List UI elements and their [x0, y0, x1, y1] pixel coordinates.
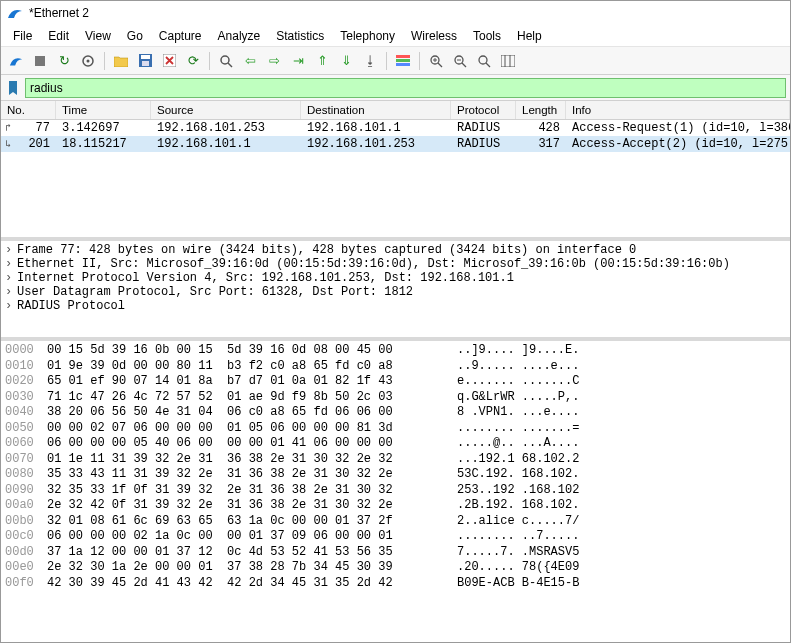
expand-icon[interactable]: › [5, 285, 17, 299]
hex-row[interactable]: 004038 20 06 56 50 4e 31 04 06 c0 a8 65 … [5, 405, 786, 421]
menu-tools[interactable]: Tools [465, 27, 509, 45]
cell-protocol: RADIUS [451, 120, 516, 136]
col-header-destination[interactable]: Destination [301, 101, 451, 119]
packet-list-pane[interactable]: No. Time Source Destination Protocol Len… [1, 101, 790, 241]
bookmark-icon[interactable] [5, 80, 21, 96]
menu-telephony[interactable]: Telephony [332, 27, 403, 45]
detail-tree-item[interactable]: ›Frame 77: 428 bytes on wire (3424 bits)… [5, 243, 786, 257]
hex-offset: 0000 [5, 343, 47, 359]
menu-edit[interactable]: Edit [40, 27, 77, 45]
hex-offset: 0040 [5, 405, 47, 421]
expand-icon[interactable]: › [5, 243, 17, 257]
hex-row[interactable]: 00d037 1a 12 00 00 01 37 12 0c 4d 53 52 … [5, 545, 786, 561]
col-header-info[interactable]: Info [566, 101, 790, 119]
packet-row[interactable]: ↱773.142697192.168.101.253192.168.101.1R… [1, 120, 790, 136]
svg-rect-4 [141, 55, 150, 59]
display-filter-input[interactable] [25, 78, 786, 98]
detail-tree-item[interactable]: ›RADIUS Protocol [5, 299, 786, 313]
detail-tree-item[interactable]: ›User Datagram Protocol, Src Port: 61328… [5, 285, 786, 299]
hex-row[interactable]: 001001 9e 39 0d 00 00 80 11 b3 f2 c0 a8 … [5, 359, 786, 375]
restart-capture-button[interactable]: ↻ [53, 50, 75, 72]
hex-ascii: e....... .......C [457, 374, 579, 390]
hex-bytes: 71 1c 47 26 4c 72 57 52 01 ae 9d f9 8b 5… [47, 390, 457, 406]
cell-source: 192.168.101.1 [151, 136, 301, 152]
expand-icon[interactable]: › [5, 271, 17, 285]
hex-bytes: 01 9e 39 0d 00 00 80 11 b3 f2 c0 a8 65 f… [47, 359, 457, 375]
hex-row[interactable]: 002065 01 ef 90 07 14 01 8a b7 d7 01 0a … [5, 374, 786, 390]
hex-row[interactable]: 00f042 30 39 45 2d 41 43 42 42 2d 34 45 … [5, 576, 786, 592]
expand-icon[interactable]: › [5, 257, 17, 271]
cell-protocol: RADIUS [451, 136, 516, 152]
menu-wireless[interactable]: Wireless [403, 27, 465, 45]
hex-ascii: q.G&LrWR .....P,. [457, 390, 579, 406]
detail-text: RADIUS Protocol [17, 299, 125, 313]
capture-options-button[interactable] [77, 50, 99, 72]
zoom-reset-button[interactable] [473, 50, 495, 72]
hex-row[interactable]: 005000 00 02 07 06 00 00 00 01 05 06 00 … [5, 421, 786, 437]
find-packet-button[interactable] [215, 50, 237, 72]
open-file-button[interactable] [110, 50, 132, 72]
col-header-source[interactable]: Source [151, 101, 301, 119]
hex-ascii: .....@.. ...A.... [457, 436, 579, 452]
svg-rect-9 [396, 55, 410, 58]
row-marker-icon: ↳ [1, 136, 15, 152]
save-file-button[interactable] [134, 50, 156, 72]
col-header-no[interactable]: No. [1, 101, 56, 119]
menu-analyze[interactable]: Analyze [210, 27, 269, 45]
hex-ascii: ...192.1 68.102.2 [457, 452, 579, 468]
menu-capture[interactable]: Capture [151, 27, 210, 45]
hex-ascii: ..9..... ....e... [457, 359, 579, 375]
auto-scroll-button[interactable]: ⭳ [359, 50, 381, 72]
hex-row[interactable]: 009032 35 33 1f 0f 31 39 32 2e 31 36 38 … [5, 483, 786, 499]
detail-tree-item[interactable]: ›Internet Protocol Version 4, Src: 192.1… [5, 271, 786, 285]
hex-offset: 0030 [5, 390, 47, 406]
packet-details-pane[interactable]: ›Frame 77: 428 bytes on wire (3424 bits)… [1, 241, 790, 341]
menu-statistics[interactable]: Statistics [268, 27, 332, 45]
go-back-button[interactable]: ⇦ [239, 50, 261, 72]
zoom-out-button[interactable] [449, 50, 471, 72]
hex-row[interactable]: 00b032 01 08 61 6c 69 63 65 63 1a 0c 00 … [5, 514, 786, 530]
col-header-protocol[interactable]: Protocol [451, 101, 516, 119]
go-to-packet-button[interactable]: ⇥ [287, 50, 309, 72]
hex-bytes: 32 35 33 1f 0f 31 39 32 2e 31 36 38 2e 3… [47, 483, 457, 499]
hex-row[interactable]: 00c006 00 00 00 02 1a 0c 00 00 01 37 09 … [5, 529, 786, 545]
go-forward-button[interactable]: ⇨ [263, 50, 285, 72]
packet-row[interactable]: ↳20118.115217192.168.101.1192.168.101.25… [1, 136, 790, 152]
close-file-button[interactable] [158, 50, 180, 72]
expand-icon[interactable]: › [5, 299, 17, 313]
hex-row[interactable]: 008035 33 43 11 31 39 32 2e 31 36 38 2e … [5, 467, 786, 483]
detail-text: User Datagram Protocol, Src Port: 61328,… [17, 285, 413, 299]
go-first-button[interactable]: ⇑ [311, 50, 333, 72]
hex-row[interactable]: 003071 1c 47 26 4c 72 57 52 01 ae 9d f9 … [5, 390, 786, 406]
toolbar-separator [386, 52, 387, 70]
hex-bytes: 2e 32 42 0f 31 39 32 2e 31 36 38 2e 31 3… [47, 498, 457, 514]
menubar: File Edit View Go Capture Analyze Statis… [1, 25, 790, 47]
zoom-in-button[interactable] [425, 50, 447, 72]
menu-view[interactable]: View [77, 27, 119, 45]
toolbar: ↻ ⟳ ⇦ ⇨ ⇥ ⇑ ⇓ ⭳ [1, 47, 790, 75]
hex-row[interactable]: 000000 15 5d 39 16 0b 00 15 5d 39 16 0d … [5, 343, 786, 359]
svg-line-17 [462, 63, 466, 67]
stop-capture-button[interactable] [29, 50, 51, 72]
colorize-button[interactable] [392, 50, 414, 72]
col-header-length[interactable]: Length [516, 101, 566, 119]
hex-row[interactable]: 00e02e 32 30 1a 2e 00 00 01 37 38 28 7b … [5, 560, 786, 576]
hex-row[interactable]: 00a02e 32 42 0f 31 39 32 2e 31 36 38 2e … [5, 498, 786, 514]
go-last-button[interactable]: ⇓ [335, 50, 357, 72]
hex-row[interactable]: 006006 00 00 00 05 40 06 00 00 00 01 41 … [5, 436, 786, 452]
start-capture-button[interactable] [5, 50, 27, 72]
row-marker-icon: ↱ [1, 120, 15, 136]
menu-help[interactable]: Help [509, 27, 550, 45]
menu-file[interactable]: File [5, 27, 40, 45]
cell-source: 192.168.101.253 [151, 120, 301, 136]
hex-bytes: 42 30 39 45 2d 41 43 42 42 2d 34 45 31 3… [47, 576, 457, 592]
reload-button[interactable]: ⟳ [182, 50, 204, 72]
packet-bytes-pane[interactable]: 000000 15 5d 39 16 0b 00 15 5d 39 16 0d … [1, 341, 790, 642]
menu-go[interactable]: Go [119, 27, 151, 45]
detail-tree-item[interactable]: ›Ethernet II, Src: Microsof_39:16:0d (00… [5, 257, 786, 271]
resize-columns-button[interactable] [497, 50, 519, 72]
hex-row[interactable]: 007001 1e 11 31 39 32 2e 31 36 38 2e 31 … [5, 452, 786, 468]
hex-offset: 0010 [5, 359, 47, 375]
cell-time: 3.142697 [56, 120, 151, 136]
col-header-time[interactable]: Time [56, 101, 151, 119]
